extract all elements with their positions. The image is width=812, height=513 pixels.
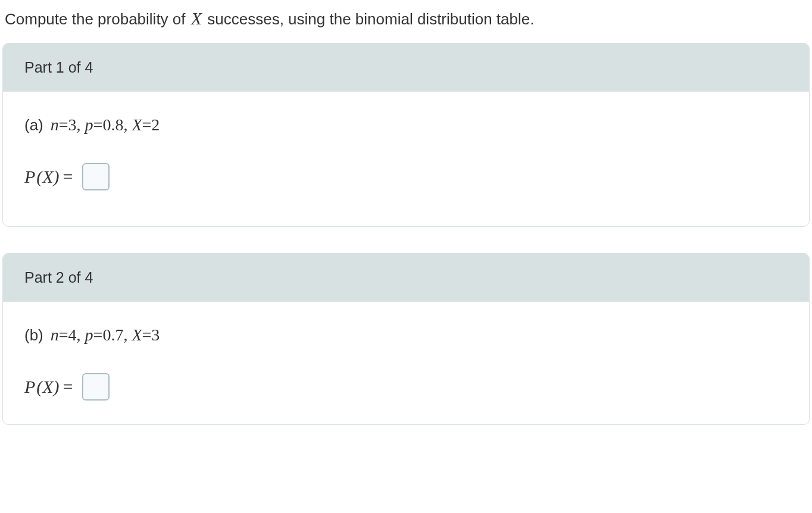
answer-prefix: P (X)= bbox=[24, 167, 76, 187]
instruction-after: successes, using the binomial distributi… bbox=[203, 10, 534, 28]
answer-prefix: P (X)= bbox=[24, 377, 76, 397]
answer-input[interactable] bbox=[82, 373, 110, 401]
answer-line: P (X)= bbox=[24, 373, 788, 401]
problem-params: n=4, p=0.7, X=3 bbox=[51, 326, 160, 345]
part-header: Part 1 of 4 bbox=[3, 43, 809, 92]
part-body: (a) n=3, p=0.8, X=2 P (X)= bbox=[3, 92, 809, 226]
instruction-text: Compute the probability of X successes, … bbox=[0, 0, 812, 43]
problem-params: n=3, p=0.8, X=2 bbox=[51, 115, 160, 134]
part-header: Part 2 of 4 bbox=[3, 254, 809, 302]
problem-statement: (a) n=3, p=0.8, X=2 bbox=[24, 115, 788, 134]
instruction-before: Compute the probability of bbox=[5, 10, 190, 28]
problem-label: (a) bbox=[24, 116, 43, 134]
answer-input[interactable] bbox=[82, 163, 110, 190]
instruction-var: X bbox=[190, 8, 203, 28]
answer-line: P (X)= bbox=[24, 163, 788, 190]
part-card: Part 1 of 4 (a) n=3, p=0.8, X=2 P (X)= bbox=[2, 43, 810, 227]
part-body: (b) n=4, p=0.7, X=3 P (X)= bbox=[3, 302, 809, 424]
part-card: Part 2 of 4 (b) n=4, p=0.7, X=3 P (X)= bbox=[2, 253, 810, 425]
problem-statement: (b) n=4, p=0.7, X=3 bbox=[24, 326, 788, 345]
problem-label: (b) bbox=[24, 326, 43, 345]
